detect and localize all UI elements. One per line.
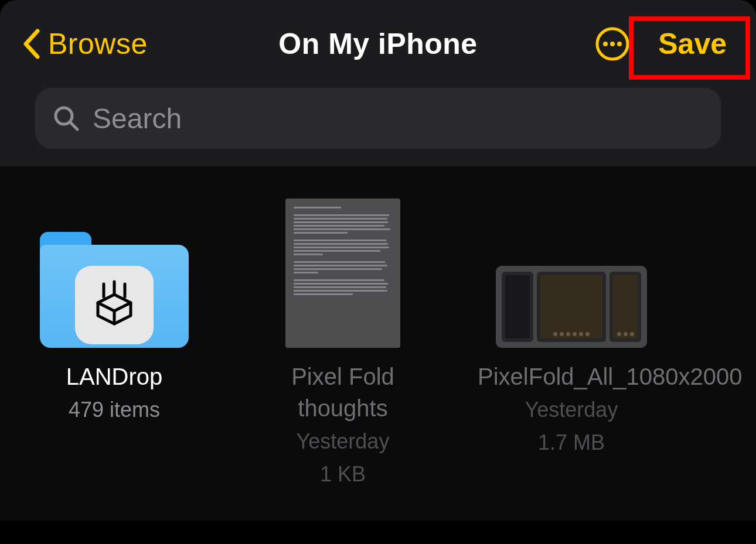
content-area[interactable]: LANDrop 479 items xyxy=(0,166,756,521)
svg-point-2 xyxy=(610,42,615,46)
more-options-button[interactable] xyxy=(594,25,631,63)
search-field[interactable] xyxy=(35,88,721,149)
item-date: Yesterday xyxy=(525,395,618,425)
item-date: Yesterday xyxy=(297,426,390,457)
image-file-icon xyxy=(496,266,647,348)
files-save-panel: Browse On My iPhone Save xyxy=(0,0,756,544)
item-name: LANDrop xyxy=(66,361,163,392)
landrop-app-icon xyxy=(75,266,154,344)
file-item-pixelfold-image: PixelFold_All_1080x2000 Yesterday 1.7 MB xyxy=(457,204,686,490)
item-size: 1.7 MB xyxy=(538,427,605,458)
nav-bar: Browse On My iPhone Save xyxy=(0,0,756,88)
svg-line-5 xyxy=(70,122,77,129)
item-name: PixelFold_All_1080x2000 xyxy=(478,361,665,392)
chevron-left-icon xyxy=(19,28,43,60)
ellipsis-circle-icon xyxy=(595,26,630,61)
search-icon xyxy=(52,104,81,133)
nav-actions: Save xyxy=(594,23,737,64)
file-item-pixel-fold-thoughts: Pixel Fold thoughts Yesterday 1 KB xyxy=(229,204,457,490)
image-thumbnail xyxy=(469,204,674,354)
item-name: Pixel Fold thoughts xyxy=(249,361,437,424)
save-button[interactable]: Save xyxy=(648,23,737,64)
svg-point-1 xyxy=(603,42,608,46)
items-grid: LANDrop 479 items xyxy=(0,204,756,490)
header-area: Browse On My iPhone Save xyxy=(0,0,756,166)
back-button[interactable]: Browse xyxy=(19,27,148,61)
text-document-icon xyxy=(285,199,400,348)
page-title-text: On My iPhone xyxy=(278,28,477,60)
document-thumbnail xyxy=(240,204,445,354)
svg-point-3 xyxy=(617,42,622,46)
item-subtitle: 479 items xyxy=(69,395,160,425)
item-size: 1 KB xyxy=(320,459,366,490)
folder-item-landrop[interactable]: LANDrop 479 items xyxy=(0,204,229,490)
folder-thumbnail xyxy=(12,204,217,354)
search-container xyxy=(0,88,756,149)
search-input[interactable] xyxy=(91,102,704,135)
folder-icon xyxy=(40,232,189,348)
back-label: Browse xyxy=(48,27,148,61)
